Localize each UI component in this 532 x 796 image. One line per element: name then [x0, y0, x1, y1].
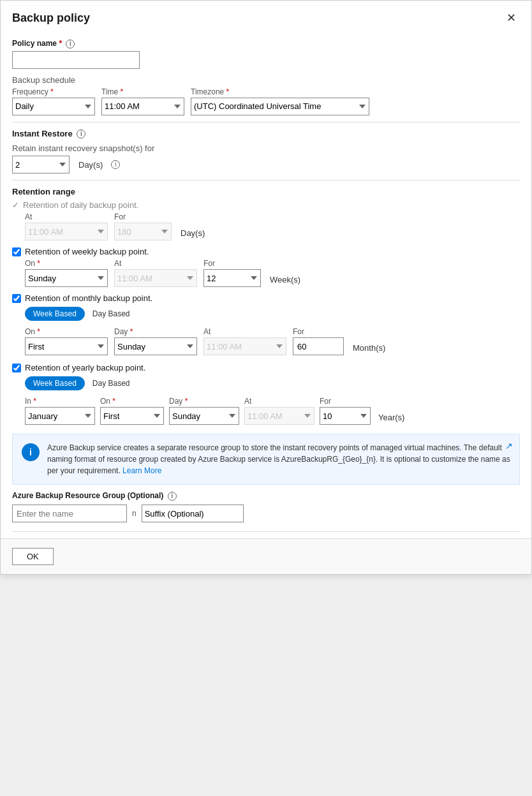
time-label: Time *: [101, 87, 184, 96]
divider-footer-top: [12, 531, 520, 532]
daily-check-label: Retention of daily backup point.: [23, 200, 138, 210]
timezone-field: Timezone * (UTC) Coordinated Universal T…: [191, 87, 369, 115]
yearly-on-label: On *: [100, 397, 164, 406]
backup-schedule-row: Frequency * Daily Weekly Time * 11:00 AM: [12, 87, 520, 115]
frequency-select[interactable]: Daily Weekly: [12, 98, 95, 115]
info-box: i Azure Backup service creates a separat…: [12, 434, 520, 485]
weekly-on-label: On *: [25, 259, 108, 268]
backup-policy-dialog: Backup policy ✕ Policy name * i Backup s…: [0, 0, 532, 575]
snapshot-days-unit: Day(s): [78, 160, 103, 170]
backup-schedule-label: Backup schedule: [12, 75, 520, 85]
instant-restore-title: Instant Restore i: [12, 129, 520, 139]
divider-instant-restore: [12, 122, 520, 122]
resource-group-name-input[interactable]: [12, 505, 127, 522]
daily-for-field: For 180: [114, 212, 172, 240]
resource-group-info-icon[interactable]: i: [168, 492, 177, 501]
monthly-check-label: Retention of monthly backup point.: [25, 293, 152, 303]
frequency-label: Frequency *: [12, 87, 95, 96]
monthly-on-field: On * FirstSecondThirdFourthLast: [25, 327, 108, 355]
policy-name-info-icon[interactable]: i: [66, 40, 75, 48]
monthly-day-based-btn[interactable]: Day Based: [85, 307, 138, 320]
dialog-title: Backup policy: [12, 11, 90, 25]
backup-schedule-section: Backup schedule Frequency * Daily Weekly…: [12, 75, 520, 115]
yearly-day-select[interactable]: SundayMondayTuesdayWednesdayThursdayFrid…: [169, 407, 239, 425]
yearly-check-label: Retention of yearly backup point.: [25, 363, 145, 372]
yearly-week-based-btn[interactable]: Week Based: [25, 376, 85, 390]
resource-group-section: Azure Backup Resource Group (Optional) i…: [12, 491, 520, 522]
policy-name-label: Policy name * i: [12, 39, 520, 48]
info-box-icon: i: [22, 443, 40, 461]
weekly-for-field: For 12481620: [203, 259, 261, 287]
external-link-icon[interactable]: ↗: [505, 441, 513, 451]
instant-restore-info-icon[interactable]: i: [77, 129, 85, 138]
daily-unit: Day(s): [181, 228, 205, 240]
retention-range-title: Retention range: [12, 187, 520, 196]
ok-button[interactable]: OK: [12, 548, 54, 565]
timezone-select[interactable]: (UTC) Coordinated Universal Time (UTC+01…: [191, 98, 369, 115]
monthly-fields-row: On * FirstSecondThirdFourthLast Day * Su…: [25, 327, 520, 355]
retain-snapshot-label: Retain instant recovery snapshot(s) for: [12, 144, 520, 153]
yearly-in-select[interactable]: JanuaryFebruaryMarchAprilMayJuneJulyAugu…: [25, 407, 95, 425]
dialog-header: Backup policy ✕: [1, 1, 531, 33]
retention-range-section: Retention range ✓ Retention of daily bac…: [12, 187, 520, 425]
daily-at-label: At: [25, 212, 108, 221]
yearly-day-based-btn[interactable]: Day Based: [85, 377, 138, 390]
suffix-select[interactable]: Suffix (Optional): [142, 505, 244, 522]
instant-restore-section: Instant Restore i Retain instant recover…: [12, 129, 520, 174]
policy-name-input[interactable]: [12, 51, 140, 69]
yearly-fields-row: In * JanuaryFebruaryMarchAprilMayJuneJul…: [25, 397, 520, 425]
weekly-for-select[interactable]: 12481620: [203, 269, 261, 287]
weekly-for-label: For: [203, 259, 261, 268]
weekly-checkbox[interactable]: [12, 247, 21, 256]
resource-group-label: Azure Backup Resource Group (Optional) i: [12, 491, 520, 501]
dialog-body: Policy name * i Backup schedule Frequenc…: [1, 33, 531, 538]
weekly-on-select[interactable]: SundayMondayTuesdayWednesdayThursdayFrid…: [25, 269, 108, 287]
resource-group-row: n Suffix (Optional): [12, 505, 520, 522]
time-field: Time * 11:00 AM 12:00 PM: [101, 87, 184, 115]
weekly-unit: Week(s): [270, 275, 300, 287]
monthly-check-row: Retention of monthly backup point.: [12, 293, 520, 303]
daily-for-select: 180: [114, 223, 172, 240]
dialog-footer: OK: [1, 538, 531, 574]
monthly-at-select: 11:00 AM: [203, 337, 286, 355]
daily-fields-row: At 11:00 AM For 180 Day(s): [25, 212, 520, 240]
retain-snapshot-row: 21345 Day(s) i: [12, 156, 520, 173]
monthly-checkbox[interactable]: [12, 294, 21, 303]
daily-at-field: At 11:00 AM: [25, 212, 108, 240]
snapshot-days-select[interactable]: 21345: [12, 156, 70, 173]
learn-more-link[interactable]: Learn More: [122, 466, 161, 475]
yearly-in-label: In *: [25, 397, 95, 406]
monthly-unit: Month(s): [353, 343, 385, 355]
time-select[interactable]: 11:00 AM 12:00 PM: [101, 98, 184, 115]
weekly-at-field: At 11:00 AM: [114, 259, 197, 287]
yearly-check-row: Retention of yearly backup point.: [12, 363, 520, 372]
weekly-fields-row: On * SundayMondayTuesdayWednesdayThursda…: [25, 259, 520, 287]
monthly-on-select[interactable]: FirstSecondThirdFourthLast: [25, 337, 108, 355]
monthly-for-field: For: [293, 327, 344, 355]
yearly-day-field: Day * SundayMondayTuesdayWednesdayThursd…: [169, 397, 239, 425]
monthly-day-label: Day *: [114, 327, 197, 336]
info-box-text: Azure Backup service creates a separate …: [47, 442, 510, 476]
frequency-field: Frequency * Daily Weekly: [12, 87, 95, 115]
daily-at-select: 11:00 AM: [25, 223, 108, 240]
yearly-checkbox[interactable]: [12, 364, 21, 372]
yearly-for-field: For 1051520: [320, 397, 371, 425]
weekly-on-field: On * SundayMondayTuesdayWednesdayThursda…: [25, 259, 108, 287]
yearly-at-label: At: [244, 397, 314, 406]
close-button[interactable]: ✕: [503, 10, 520, 26]
monthly-for-input[interactable]: [293, 337, 344, 355]
yearly-for-select[interactable]: 1051520: [320, 407, 371, 425]
daily-check-row: ✓ Retention of daily backup point.: [12, 200, 520, 210]
weekly-at-select: 11:00 AM: [114, 269, 197, 287]
yearly-on-select[interactable]: FirstSecondThirdFourthLast: [100, 407, 164, 425]
monthly-week-based-btn[interactable]: Week Based: [25, 307, 85, 321]
yearly-day-label: Day *: [169, 397, 239, 406]
timezone-label: Timezone *: [191, 87, 369, 96]
monthly-toggle-group: Week Based Day Based: [25, 307, 520, 321]
weekly-at-label: At: [114, 259, 197, 268]
yearly-for-label: For: [320, 397, 371, 406]
snapshot-days-info-icon[interactable]: i: [111, 160, 120, 169]
monthly-day-select[interactable]: SundayMondayTuesdayWednesdayThursdayFrid…: [114, 337, 197, 355]
weekly-check-label: Retention of weekly backup point.: [25, 247, 149, 256]
yearly-in-field: In * JanuaryFebruaryMarchAprilMayJuneJul…: [25, 397, 95, 425]
